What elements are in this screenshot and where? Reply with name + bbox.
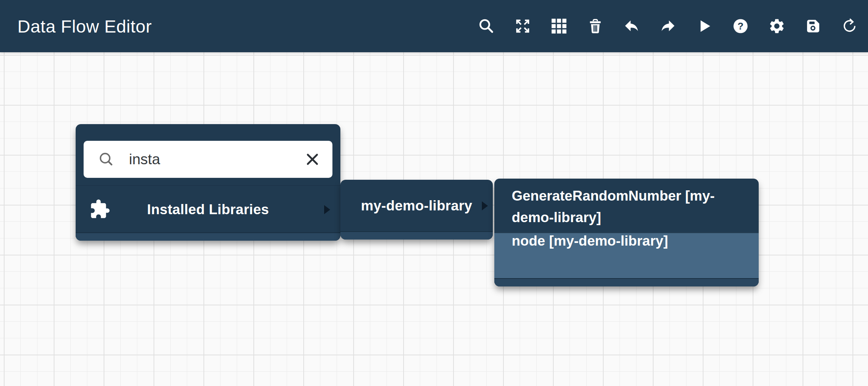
redo-button[interactable] xyxy=(659,17,677,35)
search-button[interactable] xyxy=(478,17,495,35)
data-flow-editor: Data Flow Editor xyxy=(0,0,868,386)
help-button[interactable]: ? xyxy=(732,17,749,35)
fit-view-button[interactable] xyxy=(514,17,531,35)
svg-text:?: ? xyxy=(738,21,744,31)
undo-icon xyxy=(623,17,640,35)
reload-icon xyxy=(841,17,858,35)
menu-item-label: node [my-demo-library] xyxy=(512,233,668,249)
node-search-menu: Installed Libraries xyxy=(76,124,340,241)
toolbar: ? xyxy=(478,0,858,52)
help-icon: ? xyxy=(732,17,749,35)
save-icon xyxy=(804,17,822,35)
run-button[interactable] xyxy=(696,17,713,35)
search-icon xyxy=(98,151,115,168)
menu-item-installed-libraries[interactable]: Installed Libraries xyxy=(76,185,340,234)
menu-item-generate-random-number[interactable]: GenerateRandomNumber [my-demo-library] xyxy=(494,180,759,232)
save-button[interactable] xyxy=(804,17,822,35)
fit-view-icon xyxy=(514,17,531,35)
search-icon xyxy=(478,17,495,35)
delete-button[interactable] xyxy=(587,17,604,35)
page-title: Data Flow Editor xyxy=(17,16,152,37)
menu-item-label: my-demo-library xyxy=(340,198,493,214)
app-header: Data Flow Editor xyxy=(0,0,868,52)
close-icon xyxy=(304,151,320,167)
submenu-arrow-icon xyxy=(481,200,489,212)
trash-icon xyxy=(587,17,604,35)
puzzle-icon xyxy=(89,199,110,220)
grid-button[interactable] xyxy=(550,17,568,35)
menu-item-my-demo-library[interactable]: my-demo-library xyxy=(340,180,493,232)
reload-button[interactable] xyxy=(841,17,858,35)
grid-icon xyxy=(550,17,568,35)
play-icon xyxy=(696,17,713,35)
submenu-arrow-icon xyxy=(323,204,331,215)
node-search-input[interactable] xyxy=(129,151,304,168)
settings-button[interactable] xyxy=(768,17,786,35)
gear-icon xyxy=(768,17,786,35)
undo-button[interactable] xyxy=(623,17,640,35)
menu-item-label: GenerateRandomNumber [my-demo-library] xyxy=(512,188,715,225)
node-search-box xyxy=(84,141,332,178)
redo-icon xyxy=(659,17,677,35)
submenu-library-nodes: GenerateRandomNumber [my-demo-library] n… xyxy=(494,179,759,286)
flow-canvas[interactable]: Installed Libraries my-demo-library Gene… xyxy=(0,52,868,386)
menu-item-node[interactable]: node [my-demo-library] xyxy=(494,232,759,278)
clear-search-button[interactable] xyxy=(304,151,320,167)
submenu-my-demo-library: my-demo-library xyxy=(340,180,493,240)
menu-item-label: Installed Libraries xyxy=(76,202,340,218)
